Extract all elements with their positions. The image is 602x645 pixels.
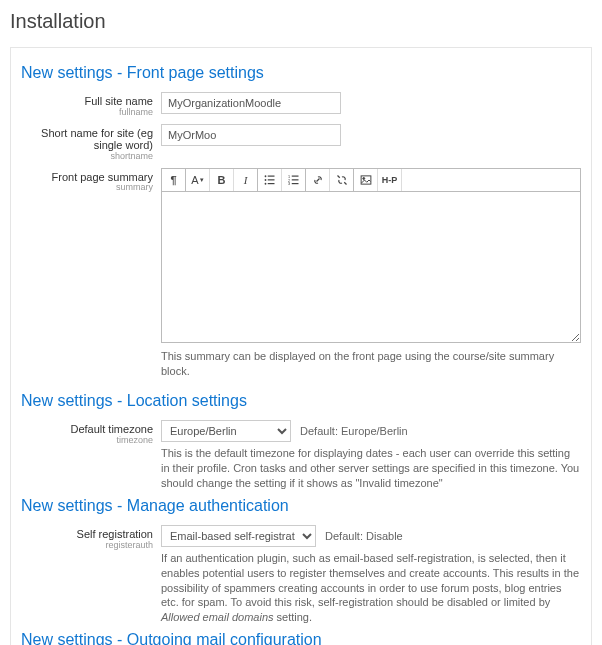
toolbar-hp-btn[interactable]: H-P (378, 169, 402, 191)
toolbar-image-btn[interactable] (354, 169, 378, 191)
label-fullname: Full site name (21, 95, 153, 108)
toolbar-ul-btn[interactable] (258, 169, 282, 191)
svg-point-2 (264, 179, 266, 181)
svg-rect-8 (291, 183, 298, 184)
toolbar-italic-btn[interactable]: I (234, 169, 258, 191)
shortname-input[interactable] (161, 124, 341, 146)
hp-icon: H-P (382, 175, 398, 185)
row-shortname: Short name for site (eg single word) sho… (21, 124, 581, 162)
number-list-icon: 123 (288, 174, 300, 186)
timezone-default: Default: Europe/Berlin (300, 425, 408, 437)
svg-point-4 (264, 183, 266, 185)
chevron-down-icon: ▾ (200, 176, 204, 184)
unlink-icon (336, 174, 348, 186)
selfreg-default: Default: Disable (325, 530, 403, 542)
row-summary: Front page summary summary ¶ A▾ B I (21, 168, 581, 343)
font-icon: A (191, 174, 198, 186)
row-selfreg: Self registration registerauth Email-bas… (21, 525, 581, 625)
toolbar-bold-btn[interactable]: B (210, 169, 234, 191)
selfreg-help-em: Allowed email domains (161, 611, 274, 623)
bold-icon: B (218, 174, 226, 186)
section-auth-heading: New settings - Manage authentication (21, 497, 581, 515)
svg-point-15 (362, 177, 364, 179)
timezone-help: This is the default timezone for display… (161, 446, 581, 491)
row-fullname: Full site name fullname (21, 92, 581, 118)
sublabel-shortname: shortname (21, 152, 153, 162)
summary-editor: ¶ A▾ B I 123 (161, 168, 581, 343)
italic-icon: I (244, 174, 248, 186)
toolbar-unlink-btn[interactable] (330, 169, 354, 191)
toolbar-link-btn[interactable] (306, 169, 330, 191)
toolbar-paragraph-btn[interactable]: ¶ (162, 169, 186, 191)
selfreg-select[interactable]: Email-based self-registration (161, 525, 316, 547)
image-icon (360, 174, 372, 186)
svg-point-0 (264, 175, 266, 177)
row-timezone: Default timezone timezone Europe/Berlin … (21, 420, 581, 491)
summary-textarea[interactable] (162, 192, 580, 342)
summary-help: This summary can be displayed on the fro… (161, 349, 581, 379)
svg-rect-1 (267, 175, 274, 176)
sublabel-selfreg: registerauth (21, 541, 153, 551)
svg-rect-5 (267, 183, 274, 184)
fullname-input[interactable] (161, 92, 341, 114)
selfreg-help-pre: If an authentication plugin, such as ema… (161, 552, 579, 609)
svg-text:3: 3 (288, 182, 290, 186)
bullet-list-icon (264, 174, 276, 186)
sublabel-timezone: timezone (21, 436, 153, 446)
timezone-select[interactable]: Europe/Berlin (161, 420, 291, 442)
link-icon (312, 174, 324, 186)
svg-line-12 (337, 175, 339, 177)
toolbar-font-btn[interactable]: A▾ (186, 169, 210, 191)
section-location-heading: New settings - Location settings (21, 392, 581, 410)
sublabel-fullname: fullname (21, 108, 153, 118)
section-mail-heading: New settings - Outgoing mail configurati… (21, 631, 581, 645)
selfreg-help-post: setting. (274, 611, 313, 623)
sublabel-summary: summary (21, 183, 153, 193)
section-frontpage-heading: New settings - Front page settings (21, 64, 581, 82)
paragraph-icon: ¶ (170, 174, 176, 186)
toolbar-ol-btn[interactable]: 123 (282, 169, 306, 191)
page-title: Installation (10, 10, 592, 33)
label-shortname: Short name for site (eg single word) (21, 127, 153, 152)
selfreg-help: If an authentication plugin, such as ema… (161, 551, 581, 625)
svg-rect-7 (291, 179, 298, 180)
settings-panel: New settings - Front page settings Full … (10, 47, 592, 645)
svg-rect-3 (267, 179, 274, 180)
svg-line-13 (344, 182, 346, 184)
label-selfreg: Self registration (21, 528, 153, 541)
editor-toolbar: ¶ A▾ B I 123 (162, 169, 580, 192)
svg-rect-6 (291, 175, 298, 176)
